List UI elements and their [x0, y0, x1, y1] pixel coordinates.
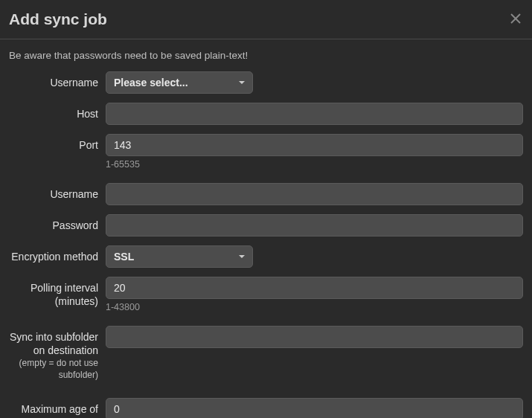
label-username-remote: Username [9, 183, 106, 201]
row-polling: Polling interval (minutes) 1-43800 [9, 277, 523, 320]
port-input[interactable] [106, 134, 523, 156]
modal-header: Add sync job [0, 0, 532, 39]
label-encryption: Encryption method [9, 245, 106, 263]
label-host: Host [9, 103, 106, 120]
row-username-local: Username Please select... [9, 71, 523, 94]
chevron-down-icon [239, 255, 245, 258]
row-subfolder: Sync into subfolder on destination (empt… [9, 326, 523, 382]
row-username-remote: Username [9, 183, 523, 205]
row-maxage: Maximum age of messages in days that wil… [9, 398, 523, 418]
row-port: Port 1-65535 [9, 134, 523, 177]
label-subfolder-main: Sync into subfolder on destination [10, 331, 98, 356]
chevron-down-icon [239, 81, 245, 84]
host-input[interactable] [106, 103, 523, 125]
modal-body: Be aware that passwords need to be saved… [0, 39, 532, 418]
username-local-select-value: Please select... [114, 77, 239, 89]
add-sync-job-modal: Add sync job Be aware that passwords nee… [0, 0, 532, 418]
subfolder-input[interactable] [106, 326, 523, 348]
password-input[interactable] [106, 214, 523, 237]
label-username-local: Username [9, 71, 106, 89]
label-subfolder-sub: (empty = do not use subfolder) [9, 358, 98, 381]
username-remote-input[interactable] [106, 183, 523, 205]
encryption-select[interactable]: SSL [106, 245, 253, 268]
modal-title: Add sync job [9, 10, 508, 28]
row-host: Host [9, 103, 523, 125]
polling-help: 1-43800 [106, 302, 523, 312]
label-subfolder: Sync into subfolder on destination (empt… [9, 326, 106, 382]
close-icon [510, 13, 521, 24]
maxage-input[interactable] [106, 398, 523, 418]
port-help: 1-65535 [106, 159, 523, 170]
polling-input[interactable] [106, 277, 523, 299]
info-warning: Be aware that passwords need to be saved… [9, 50, 523, 61]
row-password: Password [9, 214, 523, 237]
label-password: Password [9, 214, 106, 232]
encryption-select-value: SSL [114, 251, 239, 263]
label-maxage: Maximum age of messages in days that wil… [9, 398, 106, 418]
row-encryption: Encryption method SSL [9, 245, 523, 268]
label-port: Port [9, 134, 106, 152]
close-button[interactable] [508, 12, 523, 27]
username-local-select[interactable]: Please select... [106, 71, 253, 94]
label-polling: Polling interval (minutes) [9, 277, 106, 308]
